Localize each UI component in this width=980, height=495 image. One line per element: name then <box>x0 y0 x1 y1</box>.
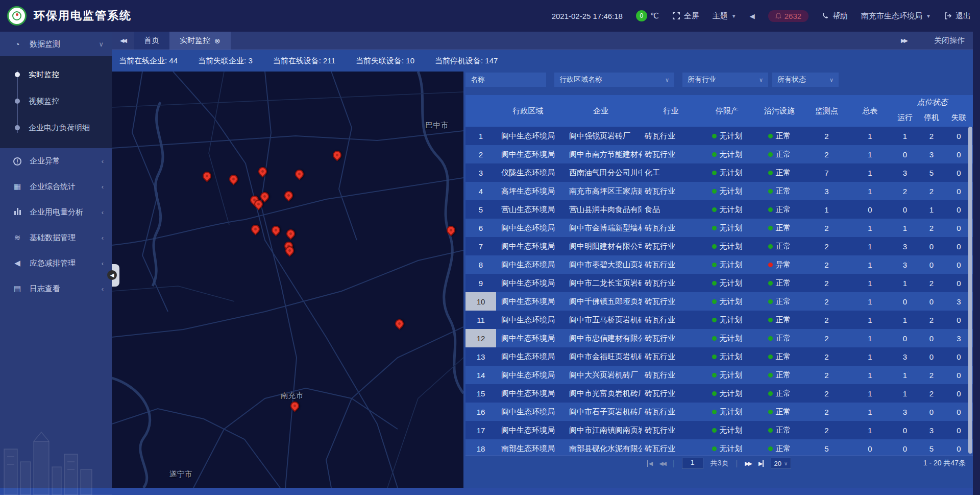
table-row[interactable]: 6阆中生态环境局阆中市金博瑞新型墙材砖瓦行业无计划正常21120 <box>465 219 973 237</box>
status-dot-icon <box>712 263 717 267</box>
region-cell: 营山生态环境局 <box>496 200 560 219</box>
last-page-button[interactable]: ▶ <box>758 460 763 467</box>
industry-filter-select[interactable]: 所有行业∨ <box>682 73 768 87</box>
industry-cell: 砖瓦行业 <box>642 292 700 311</box>
table-row[interactable]: 1阆中生态环境局阆中强锐页岩砖厂砖瓦行业无计划正常21120 <box>465 127 973 145</box>
table-row[interactable]: 11阆中生态环境局阆中市五马桥页岩机砖砖瓦行业无计划正常21120 <box>465 311 973 329</box>
record-range-label: 1 - 20 共47条 <box>923 459 966 468</box>
sidebar-subitem[interactable]: 企业电力负荷明细 <box>0 114 112 141</box>
first-page-button[interactable]: ◀ <box>647 460 652 467</box>
table-row[interactable]: 18南部生态环境局南部县砚化水泥有限公砖瓦行业无计划正常50050 <box>465 439 973 455</box>
sidebar-item[interactable]: ▦企业综合统计‹ <box>0 174 112 199</box>
running-cell: 1 <box>892 127 918 145</box>
status-dot-icon <box>768 244 773 249</box>
prev-page-button[interactable]: ◀◀ <box>659 460 666 467</box>
region-cell: 阆中生态环境局 <box>496 403 560 421</box>
status-dot-icon <box>768 226 773 230</box>
facility-status-cell: 正常 <box>754 219 805 237</box>
table-row[interactable]: 5营山生态环境局营山县润丰肉食品有限食品无计划正常10010 <box>465 200 973 219</box>
table-row[interactable]: 13阆中生态环境局阆中市金福旺页岩机砖砖瓦行业无计划正常21300 <box>465 347 973 366</box>
status-dot-icon <box>712 207 717 212</box>
sidebar-item[interactable]: ◔数据监测∨ <box>0 32 112 56</box>
help-button[interactable]: 帮助 <box>822 11 848 21</box>
limit-status-label: 无计划 <box>720 242 743 251</box>
total-meter-cell: 0 <box>848 200 892 219</box>
right-edge-strip <box>973 32 980 495</box>
tab-active[interactable]: 实时监控⊗ <box>169 32 231 50</box>
table-row[interactable]: 3仪陇生态环境局西南油气田分公司川中化工无计划正常71350 <box>465 163 973 182</box>
status-dot-icon <box>768 207 773 212</box>
stat-label: 当前在线企业: <box>119 56 169 65</box>
page-number-input[interactable]: 1 <box>682 458 703 469</box>
column-header <box>465 95 496 127</box>
facility-status-cell: 正常 <box>754 237 805 255</box>
chevron-down-icon: ∨ <box>829 77 834 83</box>
table-row[interactable]: 16阆中生态环境局阆中市石子页岩机砖厂砖瓦行业无计划正常21300 <box>465 403 973 421</box>
total-meter-cell: 1 <box>848 421 892 439</box>
tabs-scroll-left-button[interactable]: ◀◀ <box>112 32 134 50</box>
name-filter-input[interactable]: 名称 <box>465 73 546 87</box>
table-row[interactable]: 10阆中生态环境局阆中千佛镇五郎垭页岩砖瓦行业无计划正常21003 <box>465 292 973 311</box>
sidebar-item[interactable]: 企业用电量分析‹ <box>0 199 112 225</box>
table-row[interactable]: 4高坪生态环境局南充市高坪区王家店建砖瓦行业无计划正常31220 <box>465 182 973 200</box>
chevron-down-icon: ▼ <box>926 13 931 19</box>
table-row[interactable]: 9阆中生态环境局阆中市二龙长宝页岩砖砖瓦行业无计划正常21120 <box>465 274 973 292</box>
status-dot-icon <box>712 318 717 322</box>
limit-status-cell: 无计划 <box>700 145 754 163</box>
table-row[interactable]: 17阆中生态环境局阆中市江南镇阆南页岩砖瓦行业无计划正常21030 <box>465 421 973 439</box>
facility-status-label: 正常 <box>776 352 791 362</box>
org-dropdown[interactable]: 南充市生态环境局▼ <box>861 11 931 21</box>
close-operations-button[interactable]: 关闭操作 <box>934 36 965 45</box>
pagination-bar: ◀ ◀◀ | 1 共3页 | ▶▶ ▶ 20∨ 1 - 20 共47条 <box>465 455 973 471</box>
row-number-cell: 3 <box>465 163 496 182</box>
limit-status-label: 无计划 <box>720 131 743 141</box>
facility-status-cell: 正常 <box>754 384 805 403</box>
row-number-cell: 15 <box>465 384 496 403</box>
table-row[interactable]: 15阆中生态环境局阆中市光富页岩机砖厂砖瓦行业无计划正常21120 <box>465 384 973 403</box>
sidebar-item[interactable]: ▤日志查看‹ <box>0 276 112 301</box>
sidebar-subitem[interactable]: 视频监控 <box>0 88 112 114</box>
sidebar-subitem[interactable]: 实时监控 <box>0 61 112 88</box>
table-scrollbar[interactable] <box>968 127 972 454</box>
status-filter-select[interactable]: 所有状态∨ <box>772 73 839 87</box>
facility-status-label: 正常 <box>776 370 791 380</box>
close-icon[interactable]: ⊗ <box>214 37 220 45</box>
table-row[interactable]: 2阆中生态环境局阆中市南方节能建材有砖瓦行业无计划正常21030 <box>465 145 973 163</box>
table-row[interactable]: 12阆中生态环境局阆中市忠信建材有限公砖瓦行业无计划正常21003 <box>465 329 973 347</box>
table-row[interactable]: 7阆中生态环境局阆中明阳建材有限公司砖瓦行业无计划正常21300 <box>465 237 973 255</box>
monitor-points-cell: 2 <box>805 347 848 366</box>
status-dot-icon <box>712 410 717 414</box>
sound-toggle[interactable]: ◀ <box>750 12 755 20</box>
tab-item[interactable]: 首页 <box>134 32 169 50</box>
running-cell: 3 <box>892 163 918 182</box>
table-row[interactable]: 8阆中生态环境局阆中市枣碧大梁山页岩砖瓦行业无计划异常21300 <box>465 255 973 274</box>
board-icon: ▦ <box>12 182 22 191</box>
sidebar-item[interactable]: ◀应急减排管理‹ <box>0 250 112 276</box>
region-filter-select[interactable]: 行政区域名称∨ <box>554 73 674 87</box>
collapse-arrow-icon: ◀ <box>107 270 117 280</box>
temperature: 0 ℃ <box>636 10 659 21</box>
sidebar-item[interactable]: ≋基础数据管理‹ <box>0 225 112 250</box>
total-meter-cell: 1 <box>848 403 892 421</box>
divider: | <box>736 459 738 467</box>
next-page-button[interactable]: ▶▶ <box>745 460 751 467</box>
status-dot-icon <box>712 355 717 359</box>
map-panel[interactable]: 巴中市南充市遂宁市 <box>112 72 463 488</box>
facility-status-cell: 正常 <box>754 311 805 329</box>
running-cell: 0 <box>892 329 918 347</box>
logout-button[interactable]: 退出 <box>944 11 971 21</box>
tabs-scroll-right-button[interactable]: ▶▶ <box>893 37 915 44</box>
sidebar-item[interactable]: !企业异常‹ <box>0 148 112 174</box>
sidebar-collapse-toggle[interactable]: ◀ <box>112 264 119 287</box>
page-size-select[interactable]: 20∨ <box>771 458 792 469</box>
theme-dropdown[interactable]: 主题▼ <box>713 11 737 21</box>
status-dot-icon <box>768 171 773 175</box>
total-meter-cell: 1 <box>848 219 892 237</box>
running-cell: 0 <box>892 421 918 439</box>
exit-icon <box>944 12 952 19</box>
notification-badge[interactable]: 2632 <box>768 10 808 22</box>
stopped-cell: 2 <box>918 182 945 200</box>
fullscreen-button[interactable]: 全屏 <box>672 11 699 21</box>
column-header: 行政区域 <box>496 95 560 127</box>
table-row[interactable]: 14阆中生态环境局阆中大兴页岩机砖厂砖瓦行业无计划正常21120 <box>465 366 973 384</box>
